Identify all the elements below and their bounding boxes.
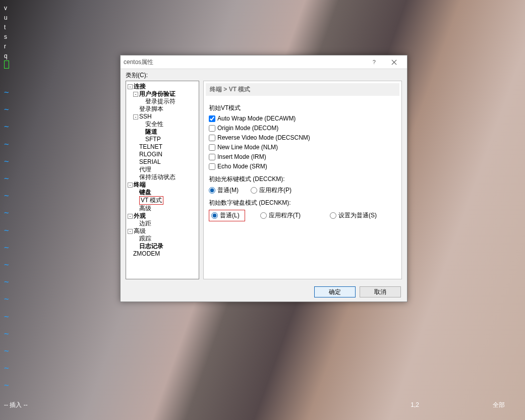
tree-trace[interactable]: 跟踪 <box>127 235 198 243</box>
properties-dialog: centos属性 ? 类别(C): -连接 -用户身份验证 登录提示符 登录脚本… <box>120 55 407 302</box>
category-label: 类别(C): <box>121 69 407 81</box>
cb-insert[interactable]: Insert Mode (IRM) <box>209 153 396 160</box>
tree-login-prompt[interactable]: 登录提示符 <box>127 98 198 105</box>
tree-vtmode[interactable]: VT 模式 <box>127 196 198 205</box>
help-button[interactable]: ? <box>364 55 384 69</box>
tree-zmodem[interactable]: ZMODEM <box>127 250 198 258</box>
cb-echo[interactable]: Echo Mode (SRM) <box>209 163 396 170</box>
tree-sftp[interactable]: SFTP <box>127 136 198 143</box>
tree-tunnel[interactable]: 隧道 <box>127 128 198 136</box>
tree-connection[interactable]: -连接 <box>127 83 198 90</box>
keypad-mode-label: 初始数字键盘模式 (DECNKM): <box>209 199 396 207</box>
init-vt-label: 初始VT模式 <box>209 104 396 112</box>
tree-rlogin[interactable]: RLOGIN <box>127 151 198 158</box>
vim-mode: -- 插入 -- <box>4 401 28 409</box>
tree-terminal[interactable]: -终端 <box>127 181 198 189</box>
radio-keypad-app[interactable]: 应用程序(T) <box>260 211 301 220</box>
tree-log[interactable]: 日志记录 <box>127 243 198 250</box>
tree-user-auth[interactable]: -用户身份验证 <box>127 90 198 98</box>
tree-telnet[interactable]: TELNET <box>127 143 198 151</box>
dialog-title: centos属性 <box>124 58 364 67</box>
cb-reverse[interactable]: Reverse Video Mode (DECSCNM) <box>209 134 396 141</box>
breadcrumb: 终端 > VT 模式 <box>206 83 399 96</box>
tree-proxy[interactable]: 代理 <box>127 166 198 173</box>
vim-scroll: 全部 <box>493 401 505 409</box>
tree-margin[interactable]: 边距 <box>127 220 198 227</box>
tree-security[interactable]: 安全性 <box>127 121 198 128</box>
category-tree[interactable]: -连接 -用户身份验证 登录提示符 登录脚本 -SSH 安全性 隧道 SFTP … <box>126 81 199 279</box>
terminal-left-chars: vutsrq <box>4 3 9 70</box>
radio-cursor-app[interactable]: 应用程序(P) <box>251 186 291 195</box>
tree-advanced[interactable]: -高级 <box>127 227 198 235</box>
cb-origin[interactable]: Origin Mode (DECOM) <box>209 125 396 132</box>
close-button[interactable] <box>384 55 404 69</box>
radio-keypad-normal-highlight: 普通(L) <box>209 210 245 221</box>
cb-auto-wrap[interactable]: Auto Wrap Mode (DECAWM) <box>209 115 396 122</box>
ok-button[interactable]: 确定 <box>314 286 356 297</box>
svg-text:?: ? <box>372 59 375 65</box>
tree-keepalive[interactable]: 保持活动状态 <box>127 173 198 181</box>
tree-login-script[interactable]: 登录脚本 <box>127 105 198 113</box>
radio-keypad-setnormal[interactable]: 设置为普通(S) <box>330 211 377 220</box>
tree-appearance[interactable]: -外观 <box>127 212 198 220</box>
tree-serial[interactable]: SERIAL <box>127 158 198 166</box>
cancel-button[interactable]: 取消 <box>360 286 401 297</box>
titlebar[interactable]: centos属性 ? <box>121 55 407 69</box>
radio-cursor-normal[interactable]: 普通(M) <box>209 186 239 195</box>
vim-position: 1,2 <box>411 401 419 408</box>
tree-ssh[interactable]: -SSH <box>127 113 198 121</box>
settings-pane: 终端 > VT 模式 初始VT模式 Auto Wrap Mode (DECAWM… <box>203 81 402 279</box>
terminal-tildes: ~~~~~~~~~~~~~~~~~~ <box>4 84 9 394</box>
vim-status-bar: -- 插入 -- 1,2 全部 <box>0 399 525 411</box>
cursor-block <box>4 61 9 69</box>
tree-keyboard[interactable]: 键盘 <box>127 189 198 196</box>
radio-keypad-normal[interactable]: 普通(L) <box>211 211 240 220</box>
cb-newline[interactable]: New Line Mode (NLM) <box>209 144 396 151</box>
cursor-mode-label: 初始光标键模式 (DECCKM): <box>209 175 396 184</box>
tree-term-advanced[interactable]: 高级 <box>127 205 198 212</box>
